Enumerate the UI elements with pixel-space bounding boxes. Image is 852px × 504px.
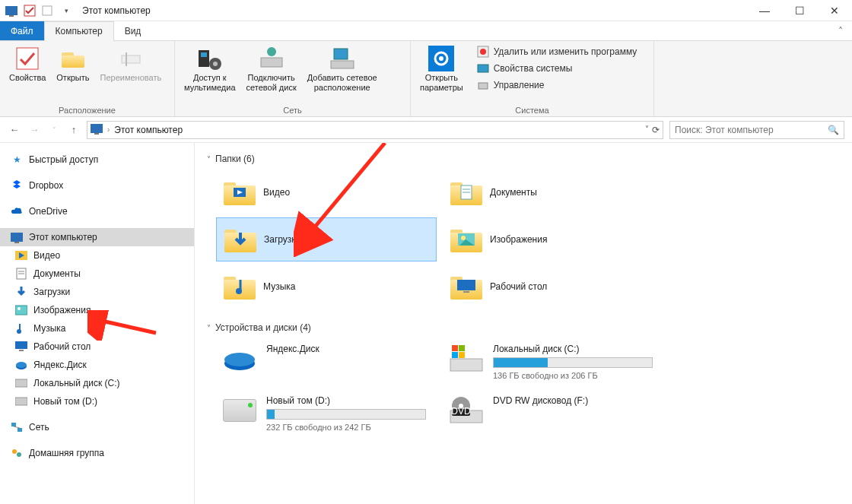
- file-tab[interactable]: Файл: [0, 21, 44, 40]
- body: ★ Быстрый доступ Dropbox OneDrive Этот к…: [0, 143, 852, 504]
- downloads-folder-icon: [224, 223, 256, 255]
- folder-documents[interactable]: Документы: [443, 170, 663, 214]
- properties-icon: [14, 46, 40, 71]
- sidebar-item-new-volume-d[interactable]: Новый том (D:): [0, 392, 194, 410]
- sidebar-item-label: Быстрый доступ: [29, 154, 98, 165]
- folder-music[interactable]: Музыка: [216, 265, 437, 309]
- address-dropdown-icon[interactable]: ˅: [645, 125, 649, 135]
- media-access-button[interactable]: Доступ к мультимедиа: [181, 44, 239, 94]
- sidebar-item-homegroup[interactable]: Домашняя группа: [0, 444, 194, 462]
- map-drive-button[interactable]: Подключить сетевой диск: [243, 44, 300, 94]
- svg-point-37: [12, 449, 17, 454]
- svg-rect-50: [463, 291, 469, 293]
- svg-rect-3: [122, 55, 140, 63]
- sidebar-item-label: Сеть: [29, 422, 49, 433]
- drive-free: 232 ГБ свободно из 242 ГБ: [266, 423, 426, 432]
- search-box[interactable]: Поиск: Этот компьютер 🔍: [669, 121, 844, 139]
- drive-free: 136 ГБ свободно из 206 ГБ: [493, 371, 653, 380]
- sidebar-item-onedrive[interactable]: OneDrive: [0, 202, 194, 220]
- hdd-icon: [15, 377, 27, 389]
- svg-text:DVD: DVD: [451, 406, 471, 417]
- minimize-button[interactable]: —: [747, 0, 782, 21]
- nav-buttons: ← → ˅ ↑: [8, 123, 81, 137]
- sidebar-item-videos[interactable]: Видео: [0, 246, 194, 265]
- sidebar-item-music[interactable]: Музыка: [0, 319, 194, 338]
- search-placeholder: Поиск: Этот компьютер: [675, 125, 828, 135]
- hdd-icon: [222, 395, 257, 426]
- manage-button[interactable]: Управление: [477, 79, 637, 91]
- new-folder-qat-icon[interactable]: [41, 4, 55, 17]
- sidebar-item-documents[interactable]: Документы: [0, 265, 194, 283]
- group-caption-location: Расположение: [6, 104, 168, 115]
- drive-yandex[interactable]: Яндекс.Диск: [216, 339, 437, 388]
- svg-rect-11: [334, 49, 348, 59]
- sidebar-item-this-pc[interactable]: Этот компьютер: [0, 228, 194, 246]
- drive-dvd[interactable]: DVD DVD RW дисковод (F:): [443, 391, 679, 439]
- dvd-drive-icon: DVD: [449, 395, 484, 426]
- sidebar-item-downloads[interactable]: Загрузки: [0, 283, 194, 301]
- open-button[interactable]: Открыть: [53, 44, 92, 84]
- folder-desktop[interactable]: Рабочий стол: [443, 265, 663, 309]
- view-tab[interactable]: Вид: [114, 21, 153, 40]
- folder-pictures[interactable]: Изображения: [443, 217, 663, 262]
- svg-rect-54: [452, 345, 458, 351]
- onedrive-icon: [11, 205, 23, 217]
- breadcrumb-root[interactable]: Этот компьютер: [114, 125, 183, 135]
- sidebar-item-network[interactable]: Сеть: [0, 418, 194, 436]
- rename-button: Переименовать: [97, 44, 165, 84]
- svg-point-17: [480, 49, 486, 55]
- network-location-icon: [329, 46, 355, 71]
- add-network-location-button[interactable]: Добавить сетевое расположение: [304, 44, 380, 94]
- sidebar: ★ Быстрый доступ Dropbox OneDrive Этот к…: [0, 143, 195, 504]
- section-title: Устройства и диски (4): [215, 322, 311, 333]
- sidebar-item-yandex-disk[interactable]: Яндекс.Диск: [0, 356, 194, 374]
- open-settings-button[interactable]: Открыть параметры: [417, 44, 466, 94]
- drive-label: Новый том (D:): [266, 395, 426, 406]
- sidebar-item-desktop[interactable]: Рабочий стол: [0, 338, 194, 356]
- folder-downloads[interactable]: Загрузки: [216, 217, 437, 262]
- svg-rect-35: [17, 428, 22, 432]
- window-controls: — ☐ ✕: [747, 0, 852, 21]
- drive-d[interactable]: Новый том (D:) 232 ГБ свободно из 242 ГБ: [216, 391, 437, 439]
- recent-dropdown-icon[interactable]: ˅: [47, 123, 61, 137]
- sidebar-item-label: Локальный диск (C:): [33, 378, 120, 388]
- system-properties-button[interactable]: Свойства системы: [477, 62, 637, 74]
- back-button[interactable]: ←: [8, 123, 21, 137]
- sidebar-item-dropbox[interactable]: Dropbox: [0, 176, 194, 195]
- yandex-disk-icon: [222, 344, 257, 374]
- refresh-icon[interactable]: ⟳: [652, 125, 660, 135]
- up-button[interactable]: ↑: [67, 123, 81, 137]
- computer-tab[interactable]: Компьютер: [44, 21, 114, 41]
- drive-label: Локальный диск (C:): [493, 344, 653, 354]
- collapse-ribbon-icon[interactable]: ˄: [829, 21, 852, 40]
- homegroup-icon: [11, 447, 23, 459]
- properties-qat-icon[interactable]: [23, 4, 37, 17]
- svg-point-10: [267, 47, 276, 56]
- address-bar[interactable]: › Этот компьютер ˅ ⟳: [87, 121, 663, 139]
- properties-button[interactable]: Свойства: [6, 44, 49, 84]
- svg-rect-57: [459, 352, 465, 358]
- uninstall-programs-button[interactable]: Удалить или изменить программу: [477, 46, 637, 58]
- svg-rect-18: [478, 65, 488, 72]
- folder-videos[interactable]: Видео: [216, 170, 437, 214]
- maximize-button[interactable]: ☐: [782, 0, 817, 21]
- media-access-icon: [197, 46, 223, 71]
- close-button[interactable]: ✕: [817, 0, 852, 21]
- svg-rect-19: [478, 83, 488, 89]
- qat-dropdown-icon[interactable]: ▾: [59, 4, 73, 17]
- pictures-icon: [15, 304, 27, 316]
- quick-access-toolbar: ▾: [0, 4, 78, 17]
- section-header-folders[interactable]: ˅ Папки (6): [207, 154, 840, 164]
- sidebar-item-label: Яндекс.Диск: [33, 360, 87, 370]
- drive-c[interactable]: Локальный диск (C:) 136 ГБ свободно из 2…: [443, 339, 679, 388]
- drive-label: DVD RW дисковод (F:): [493, 395, 588, 406]
- section-header-drives[interactable]: ˅ Устройства и диски (4): [207, 322, 840, 333]
- sidebar-item-quick-access[interactable]: ★ Быстрый доступ: [0, 151, 194, 169]
- ribbon-group-network: Доступ к мультимедиа Подключить сетевой …: [175, 41, 411, 116]
- svg-point-31: [16, 362, 27, 368]
- music-icon: [15, 322, 27, 334]
- sidebar-item-local-disk-c[interactable]: Локальный диск (C:): [0, 374, 194, 392]
- svg-point-8: [213, 62, 218, 66]
- breadcrumb-sep-icon[interactable]: ›: [107, 125, 110, 134]
- sidebar-item-pictures[interactable]: Изображения: [0, 301, 194, 319]
